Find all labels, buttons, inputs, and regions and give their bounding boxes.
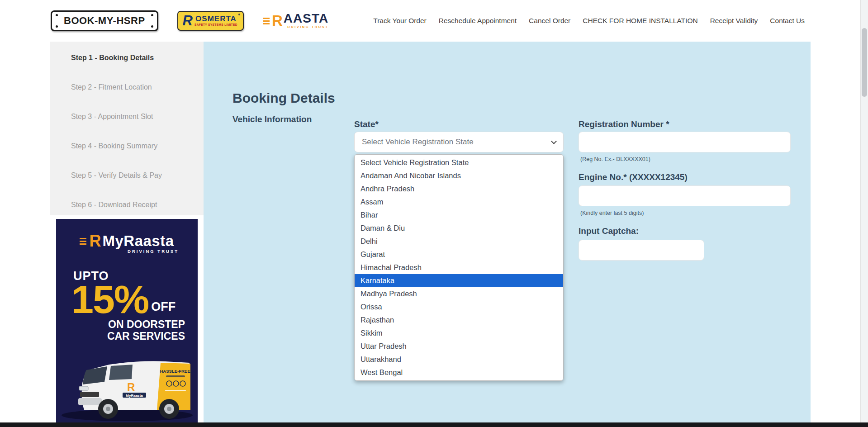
raasta-subtitle: DRIVING TRUST — [287, 25, 328, 29]
state-option[interactable]: Karnataka — [355, 274, 563, 287]
state-option[interactable]: Orissa — [355, 300, 563, 313]
banner-line2: CAR SERVICES — [56, 330, 198, 342]
rivet-icon — [56, 14, 58, 16]
raasta-logo: R AASTA DRIVING TRUST — [263, 13, 328, 29]
state-option[interactable]: Gujarat — [355, 248, 563, 261]
state-option[interactable]: Uttar Pradesh — [355, 340, 563, 353]
captcha-input[interactable] — [579, 240, 704, 261]
myraasta-van-image: R MyRaasta HASSLE-FREE — [59, 346, 195, 422]
state-option[interactable]: Bihar — [355, 209, 563, 222]
header: BOOK-MY-HSRP R OSMERTA SAFETY SYSTEMS LI… — [0, 0, 868, 42]
state-dropdown-list: Select Vehicle Registration StateAndaman… — [354, 154, 564, 381]
registration-number-hint: (Reg No. Ex.- DLXXXXX01) — [580, 156, 650, 162]
state-option[interactable]: West Bengal — [355, 366, 563, 379]
svg-text:HASSLE-FREE: HASSLE-FREE — [160, 369, 190, 374]
nav-link[interactable]: Receipt Validity — [710, 17, 758, 25]
nav-link[interactable]: Reschedule Appointment — [439, 17, 517, 25]
banner-percent-text: 15% — [71, 280, 148, 318]
state-option[interactable]: Assam — [355, 195, 563, 209]
state-option[interactable]: Rajasthan — [355, 313, 563, 327]
logo-group: BOOK-MY-HSRP R OSMERTA SAFETY SYSTEMS LI… — [51, 10, 328, 31]
captcha-label: Input Captcha: — [579, 226, 639, 236]
engine-number-label: Engine No.* (XXXXX12345) — [579, 172, 688, 182]
state-select[interactable]: Select Vehicle Registration State — [354, 132, 564, 152]
raasta-r-icon: R — [272, 14, 283, 28]
rivet-icon — [151, 14, 153, 16]
rosmerta-subtitle: SAFETY SYSTEMS LIMITED — [194, 23, 237, 26]
bottom-edge-bar — [0, 422, 868, 427]
book-my-hsrp-logo[interactable]: BOOK-MY-HSRP — [51, 10, 158, 31]
nav-link[interactable]: CHECK FOR HOME INSTALLATION — [583, 17, 697, 25]
registration-number-input[interactable] — [579, 132, 791, 152]
step-item: Step 2 - Fitment Location — [71, 83, 204, 92]
myraasta-ad-banner[interactable]: R MyRaasta DRIVING TRUST UPTO 15% OFF ON… — [56, 219, 198, 422]
state-option[interactable]: Delhi — [355, 235, 563, 248]
section-title: Vehicle Information — [232, 114, 312, 124]
state-select-value: Select Vehicle Registration State — [362, 138, 552, 147]
step-item: Step 1 - Booking Details — [71, 53, 204, 62]
registration-number-label: Registration Number * — [579, 119, 669, 129]
steps-sidebar: Step 1 - Booking DetailsStep 2 - Fitment… — [50, 42, 204, 215]
state-option[interactable]: Sikkim — [355, 327, 563, 340]
state-option[interactable]: Himachal Pradesh — [355, 261, 563, 274]
nav-link[interactable]: Track Your Order — [373, 17, 426, 25]
nav-link[interactable]: Contact Us — [770, 17, 805, 25]
myraasta-brand: MyRaasta — [102, 232, 174, 250]
main-nav: Track Your OrderReschedule AppointmentCa… — [373, 17, 805, 25]
nav-link[interactable]: Cancel Order — [529, 17, 570, 25]
svg-text:MyRaasta: MyRaasta — [126, 394, 143, 398]
rosmerta-name: OSMERTA — [195, 15, 237, 24]
step-item: Step 4 - Booking Summary — [71, 142, 204, 151]
engine-number-hint: (Kindly enter last 5 digits) — [580, 210, 644, 216]
page-title: Booking Details — [232, 90, 335, 106]
scrollbar-thumb[interactable] — [862, 28, 867, 97]
chevron-down-icon — [551, 138, 557, 144]
state-option[interactable]: Andhra Pradesh — [355, 182, 563, 195]
rosmerta-r-icon: R — [183, 14, 193, 28]
step-item: Step 3 - Appointment Slot — [71, 112, 204, 121]
step-item: Step 5 - Verify Details & Pay — [71, 171, 204, 180]
banner-off-text: OFF — [151, 300, 175, 314]
rivet-icon — [56, 25, 58, 28]
page: BOOK-MY-HSRP R OSMERTA SAFETY SYSTEMS LI… — [0, 0, 868, 427]
state-option[interactable]: Daman & Diu — [355, 222, 563, 235]
state-label: State* — [354, 119, 379, 129]
state-option[interactable]: Select Vehicle Registration State — [355, 156, 563, 169]
speed-lines-icon — [80, 241, 86, 242]
svg-text:R: R — [127, 381, 135, 393]
raasta-name: AASTA — [284, 13, 328, 25]
speed-lines-icon — [263, 20, 270, 22]
myraasta-r-icon: R — [89, 234, 101, 248]
hsrp-logo-text: BOOK-MY-HSRP — [64, 15, 145, 26]
rivet-icon — [151, 25, 153, 28]
engine-number-input[interactable] — [579, 185, 791, 206]
booking-form-area: Booking Details Vehicle Information Stat… — [204, 42, 811, 427]
state-option[interactable]: Uttarakhand — [355, 353, 563, 366]
step-item: Step 6 - Download Receipt — [71, 200, 204, 209]
state-option[interactable]: Andaman And Nicobar Islands — [355, 169, 563, 182]
rosmerta-logo: R OSMERTA SAFETY SYSTEMS LIMITED — [177, 11, 244, 31]
rivet-icon — [238, 14, 240, 15]
state-option[interactable]: Madhya Pradesh — [355, 287, 563, 300]
vertical-scrollbar[interactable] — [860, 0, 868, 427]
